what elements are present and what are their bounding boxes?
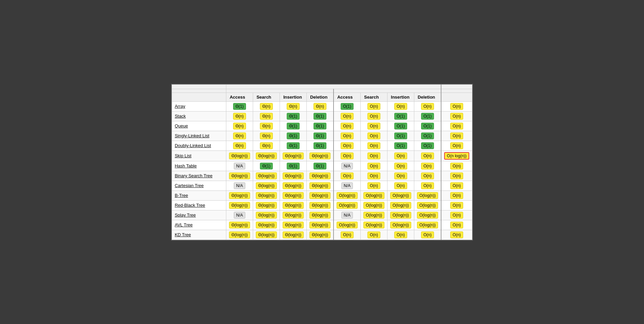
avg-cell: Θ(log(n)) bbox=[280, 200, 306, 210]
worst-cell: O(n) bbox=[414, 161, 441, 171]
complexity-badge: O(n) bbox=[394, 231, 407, 238]
complexity-badge: O(log(n)) bbox=[337, 222, 358, 228]
complexity-badge: O(log(n)) bbox=[363, 222, 384, 228]
complexity-badge: Θ(log(n)) bbox=[229, 202, 250, 209]
complexity-badge: O(1) bbox=[421, 113, 434, 120]
worst-cell: O(1) bbox=[387, 121, 414, 131]
header-avg-access: Access bbox=[226, 93, 253, 101]
avg-cell: Θ(1) bbox=[306, 161, 334, 171]
avg-cell: N/A bbox=[226, 181, 253, 190]
complexity-badge: Θ(log(n)) bbox=[309, 182, 330, 189]
ds-link[interactable]: Hash Table bbox=[175, 163, 197, 168]
avg-cell: Θ(1) bbox=[306, 121, 334, 131]
complexity-badge: O(1) bbox=[341, 103, 354, 110]
complexity-badge: O(n) bbox=[394, 153, 407, 159]
table-row: Red-Black TreeΘ(log(n))Θ(log(n))Θ(log(n)… bbox=[172, 200, 472, 210]
avg-cell: Θ(1) bbox=[280, 141, 306, 150]
sc-cell: O(n) bbox=[441, 141, 472, 150]
worst-cell: O(n) bbox=[361, 161, 387, 171]
complexity-badge: Θ(log(n)) bbox=[229, 222, 250, 228]
avg-cell: Θ(log(n)) bbox=[306, 190, 334, 200]
complexity-badge: Θ(1) bbox=[287, 113, 300, 120]
ds-link[interactable]: Queue bbox=[175, 123, 188, 128]
ds-link[interactable]: Skip List bbox=[175, 153, 191, 158]
complexity-badge: Θ(log(n)) bbox=[283, 182, 304, 189]
avg-cell: Θ(log(n)) bbox=[226, 230, 253, 240]
complexity-badge: Θ(n) bbox=[287, 103, 300, 110]
header-tc bbox=[226, 84, 441, 89]
worst-cell: O(n) bbox=[361, 150, 387, 161]
table-row: Singly-Linked ListΘ(n)Θ(n)Θ(1)Θ(1)O(n)O(… bbox=[172, 131, 472, 141]
complexity-badge: O(n) bbox=[341, 142, 354, 149]
ds-name-cell: Queue bbox=[172, 121, 226, 131]
ds-link[interactable]: Doubly-Linked List bbox=[175, 143, 211, 148]
sc-badge: O(n) bbox=[450, 103, 463, 110]
avg-cell: Θ(log(n)) bbox=[306, 150, 334, 161]
ds-link[interactable]: B-Tree bbox=[175, 193, 188, 198]
avg-cell: Θ(log(n)) bbox=[280, 230, 306, 240]
complexity-badge: O(n) bbox=[341, 173, 354, 179]
ds-link[interactable]: Array bbox=[175, 104, 185, 109]
header-avg-insertion: Insertion bbox=[280, 93, 306, 101]
complexity-badge: O(n) bbox=[367, 103, 380, 110]
complexity-badge: Θ(log(n)) bbox=[229, 173, 250, 179]
complexity-badge: O(n) bbox=[367, 142, 380, 149]
worst-cell: O(n) bbox=[334, 111, 361, 121]
complexity-badge: O(log(n)) bbox=[417, 212, 438, 219]
worst-cell: O(log(n)) bbox=[414, 220, 441, 230]
complexity-badge: O(1) bbox=[394, 113, 407, 120]
table-row: KD TreeΘ(log(n))Θ(log(n))Θ(log(n))Θ(log(… bbox=[172, 230, 472, 240]
ds-link[interactable]: Splay Tree bbox=[175, 212, 196, 218]
complexity-badge: Θ(log(n)) bbox=[309, 173, 330, 179]
ds-name-cell: Hash Table bbox=[172, 161, 226, 171]
ds-link[interactable]: KD Tree bbox=[175, 232, 191, 237]
complexity-badge: Θ(log(n)) bbox=[283, 222, 304, 228]
sc-cell: O(n) bbox=[441, 161, 472, 171]
complexity-badge: Θ(n) bbox=[260, 113, 273, 120]
avg-cell: Θ(log(n)) bbox=[226, 190, 253, 200]
worst-cell: O(n) bbox=[387, 181, 414, 190]
sc-badge: O(n) bbox=[450, 142, 463, 149]
avg-cell: Θ(log(n)) bbox=[306, 181, 334, 190]
complexity-badge: Θ(log(n)) bbox=[283, 173, 304, 179]
complexity-badge: O(n) bbox=[394, 173, 407, 179]
sc-badge: O(n) bbox=[450, 163, 463, 169]
ds-name-cell: Array bbox=[172, 101, 226, 111]
sc-cell: O(n) bbox=[441, 190, 472, 200]
sc-badge: O(n) bbox=[450, 123, 463, 129]
complexity-badge: O(log(n)) bbox=[363, 212, 384, 219]
header-avg-search: Search bbox=[253, 93, 280, 101]
avg-cell: Θ(log(n)) bbox=[253, 220, 280, 230]
sc-badge: O(n) bbox=[450, 202, 463, 209]
complexity-badge: Θ(n) bbox=[233, 133, 246, 139]
avg-cell: Θ(log(n)) bbox=[253, 200, 280, 210]
complexity-badge: Θ(log(n)) bbox=[256, 192, 277, 199]
ds-link[interactable]: Binary Search Tree bbox=[175, 173, 212, 178]
avg-cell: Θ(1) bbox=[253, 161, 280, 171]
complexity-badge: O(log(n)) bbox=[337, 192, 358, 199]
complexity-badge: O(1) bbox=[394, 133, 407, 139]
complexity-badge: Θ(1) bbox=[314, 163, 326, 169]
table-row: Splay TreeN/AΘ(log(n))Θ(log(n))Θ(log(n))… bbox=[172, 210, 472, 220]
worst-cell: O(log(n)) bbox=[334, 200, 361, 210]
table-row: Hash TableN/AΘ(1)Θ(1)Θ(1)N/AO(n)O(n)O(n)… bbox=[172, 161, 472, 171]
ds-link[interactable]: Stack bbox=[175, 114, 186, 119]
ds-link[interactable]: Cartesian Tree bbox=[175, 183, 204, 188]
ds-link[interactable]: AVL Tree bbox=[175, 222, 193, 227]
ds-link[interactable]: Red-Black Tree bbox=[175, 203, 205, 208]
sc-cell: O(n) bbox=[441, 210, 472, 220]
complexity-badge: Θ(1) bbox=[287, 142, 300, 149]
complexity-badge: Θ(1) bbox=[287, 123, 300, 129]
ds-link[interactable]: Singly-Linked List bbox=[175, 133, 209, 138]
worst-cell: N/A bbox=[334, 181, 361, 190]
sc-badge: O(n) bbox=[450, 113, 463, 120]
complexity-badge: O(1) bbox=[421, 133, 434, 139]
complexity-badge: O(n) bbox=[367, 113, 380, 120]
complexity-badge: N/A bbox=[234, 182, 245, 189]
complexity-badge: N/A bbox=[234, 212, 245, 219]
avg-cell: Θ(1) bbox=[280, 161, 306, 171]
avg-cell: Θ(log(n)) bbox=[253, 181, 280, 190]
worst-cell: O(n) bbox=[387, 101, 414, 111]
avg-cell: Θ(log(n)) bbox=[253, 210, 280, 220]
complexity-badge: O(1) bbox=[421, 123, 434, 129]
